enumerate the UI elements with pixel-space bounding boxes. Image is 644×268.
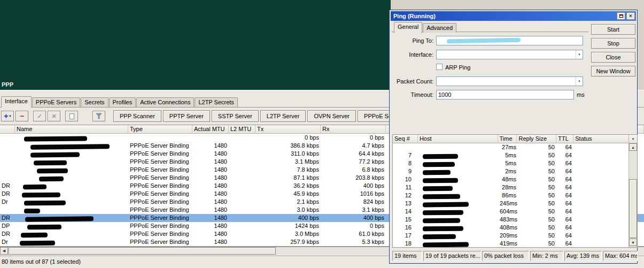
row-name	[15, 238, 128, 246]
row-reply-size: 50	[517, 232, 557, 240]
row-name	[15, 158, 128, 166]
row-host	[418, 224, 498, 232]
interface-dropdown[interactable]: ▼	[436, 50, 583, 59]
row-flags: DR	[0, 182, 15, 190]
l2tp-server-button[interactable]: L2TP Server	[260, 110, 306, 122]
chevron-down-icon[interactable]: ▼	[576, 77, 583, 86]
ppp-tab-profiles[interactable]: Profiles	[109, 97, 136, 107]
ping-to-label: Ping To:	[390, 37, 433, 44]
ping-table-row[interactable]: 15483ms5064	[393, 216, 637, 224]
row-ttl: 64	[557, 192, 574, 200]
ping-table-row[interactable]: 13245ms5064	[393, 200, 637, 208]
ping-column-header-time[interactable]: Time	[498, 135, 517, 143]
ping-column-header-ttl[interactable]: TTL	[556, 135, 573, 143]
redacted-name	[39, 177, 64, 181]
arp-ping-label: ARP Ping	[445, 64, 471, 71]
ping-table-row[interactable]: 17209ms5064	[393, 232, 637, 240]
ppp-tab-secrets[interactable]: Secrets	[81, 97, 108, 107]
ping-tab-advanced[interactable]: Advanced	[423, 23, 456, 33]
row-tx: 87.1 kbps	[255, 174, 321, 182]
ping-column-header-host[interactable]: Host	[418, 135, 498, 143]
ping-table-row[interactable]: 1128ms5064	[393, 183, 637, 192]
ping-results-table: Seq #HostTimeReply SizeTTLStatus 27ms506…	[392, 134, 638, 248]
ping-table-row[interactable]: 27ms5064	[393, 143, 637, 151]
ppp-column-header-name[interactable]: Name	[15, 125, 128, 133]
horizontal-scrollbar-thumb[interactable]	[9, 247, 276, 255]
row-flags: DP	[0, 222, 15, 230]
row-seq: 16	[393, 224, 418, 232]
row-actual-mtu: 1480	[192, 222, 229, 230]
ping-tab-general[interactable]: General	[394, 22, 422, 33]
row-type: PPPoE Server Binding	[128, 158, 192, 166]
ppp-column-header-l2-mtu[interactable]: L2 MTU	[229, 125, 255, 133]
row-ttl: 64	[557, 240, 574, 248]
row-name	[15, 182, 128, 190]
row-rx: 824 bps	[321, 198, 386, 206]
redacted-host	[423, 186, 453, 192]
minus-icon: −	[20, 112, 24, 120]
vertical-scrollbar[interactable]: ▼ ▲ ▼	[629, 135, 637, 247]
row-rx: 3.1 kbps	[321, 206, 386, 214]
row-time: 2ms	[498, 167, 517, 175]
redacted-name	[20, 241, 55, 246]
ping-title-bar[interactable]: Ping (Running) ✕	[391, 11, 636, 21]
row-rx: 1016 bps	[321, 190, 386, 198]
ping-table-row[interactable]: 92ms5064	[393, 167, 637, 175]
ppp-tab-l2tp-secrets[interactable]: L2TP Secrets	[195, 97, 237, 107]
ping-table-row[interactable]: 18419ms5064	[393, 240, 637, 248]
disable-button[interactable]: ✕	[48, 111, 60, 121]
ppp-tab-interface[interactable]: Interface	[1, 96, 32, 108]
ppp-column-header-tx[interactable]: Tx	[255, 125, 321, 133]
pptp-server-button[interactable]: PPTP Server	[163, 110, 210, 122]
add-button[interactable]: +▾	[1, 111, 14, 121]
row-seq: 11	[393, 183, 418, 192]
ping-table-row[interactable]: 14604ms5064	[393, 208, 637, 216]
ping-table-row[interactable]: 16408ms5064	[393, 224, 637, 232]
arp-ping-checkbox[interactable]	[436, 64, 443, 70]
ping-column-header-reply-size[interactable]: Reply Size	[517, 135, 556, 143]
start-button[interactable]: Start	[591, 24, 635, 35]
restore-button[interactable]	[617, 12, 625, 20]
sstp-server-button[interactable]: SSTP Server	[212, 110, 259, 122]
ppp-tab-active-connections[interactable]: Active Connections	[136, 97, 194, 107]
row-seq: 8	[393, 159, 418, 167]
packet-count-dropdown[interactable]: ▼	[436, 76, 583, 86]
row-status	[574, 192, 630, 200]
remove-button[interactable]: −	[15, 111, 28, 121]
ping-table-row[interactable]: 1286ms5064	[393, 192, 637, 200]
vertical-scrollbar-thumb[interactable]	[629, 179, 637, 238]
row-reply-size: 50	[517, 159, 557, 167]
row-type: PPPoE Server Binding	[128, 166, 192, 174]
ping-column-header-seq[interactable]: Seq #	[393, 135, 418, 143]
ppp-tab-pppoe-servers[interactable]: PPPoE Servers	[32, 97, 80, 107]
new-window-button[interactable]: New Window	[591, 66, 635, 76]
filter-button[interactable]	[92, 111, 105, 121]
ovpn-server-button[interactable]: OVPN Server	[307, 110, 356, 122]
ping-table-row[interactable]: 75ms5064	[393, 151, 637, 159]
ppp-column-header-rx[interactable]: Rx	[321, 125, 386, 133]
comment-button[interactable]	[65, 111, 78, 121]
row-time: 5ms	[498, 151, 517, 159]
ping-table-row[interactable]: 85ms5064	[393, 159, 637, 167]
ppp-scanner-button[interactable]: PPP Scanner	[113, 110, 161, 122]
scroll-left-button[interactable]: ◀	[0, 247, 8, 255]
timeout-input[interactable]: 1000	[436, 90, 574, 99]
enable-button[interactable]: ✓	[33, 111, 46, 121]
row-ttl: 64	[557, 143, 574, 151]
scroll-down-button[interactable]: ▼	[629, 239, 637, 246]
ppp-column-header-type[interactable]: Type	[128, 125, 192, 133]
row-name	[15, 198, 128, 206]
ping-column-header-status[interactable]: Status	[573, 135, 630, 143]
ppp-column-header-actual-mtu[interactable]: Actual MTU	[192, 125, 229, 133]
ping-to-input[interactable]	[436, 36, 583, 45]
close-button[interactable]: Close	[591, 52, 635, 63]
row-status	[574, 167, 630, 175]
row-host	[418, 208, 498, 216]
chevron-down-icon[interactable]: ▼	[576, 50, 583, 59]
ping-table-row[interactable]: 1048ms5064	[393, 175, 637, 183]
row-l2-mtu	[229, 230, 255, 238]
scroll-up-button[interactable]: ▲	[629, 143, 637, 151]
close-button[interactable]: ✕	[626, 12, 635, 20]
stop-button[interactable]: Stop	[591, 38, 635, 49]
column-select-button[interactable]: ▼	[629, 135, 637, 143]
